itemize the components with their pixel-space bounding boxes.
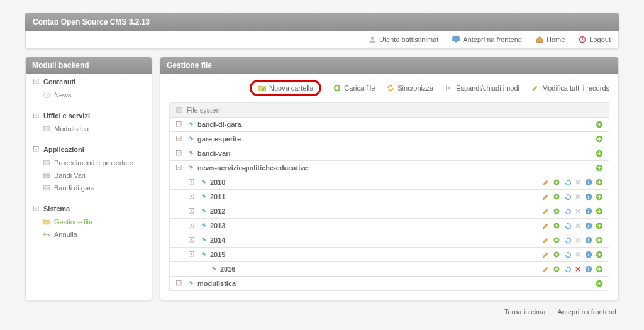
tree-row: bandi-vari	[169, 146, 609, 161]
undo-icon[interactable]	[563, 178, 572, 187]
info-icon[interactable]: i	[584, 236, 593, 245]
info-icon[interactable]: i	[584, 250, 593, 259]
delete-icon[interactable]	[574, 207, 582, 216]
edit-icon[interactable]	[541, 207, 550, 216]
undo-icon	[42, 230, 51, 239]
edit-icon[interactable]	[541, 250, 550, 259]
preview-link[interactable]: Anteprima frontend	[452, 35, 522, 44]
sidebar-section[interactable]: Sistema	[32, 204, 145, 213]
undo-icon[interactable]	[563, 250, 572, 259]
sidebar-item[interactable]: Bandi Vari	[42, 169, 145, 182]
add-icon[interactable]	[595, 135, 604, 143]
add-icon[interactable]	[552, 250, 561, 259]
delete-icon[interactable]	[574, 250, 582, 259]
add-icon[interactable]	[552, 236, 561, 245]
expand-icon[interactable]	[187, 207, 196, 216]
add-icon[interactable]	[552, 221, 561, 230]
file-tree: File system bandi-di-garagare-esperiteba…	[160, 102, 618, 300]
sidebar-item[interactable]: Procedimenti e procedure	[42, 157, 145, 169]
tree-row: 2015i	[169, 248, 609, 262]
main-title: Gestione file	[160, 57, 618, 74]
add-icon[interactable]	[595, 149, 604, 158]
tree-label[interactable]: modulistica	[197, 280, 236, 287]
edit-icon[interactable]	[541, 178, 550, 187]
edit-icon[interactable]	[541, 192, 550, 201]
undo-icon[interactable]	[563, 192, 572, 201]
sidebar: Moduli backend ContenutiNewsUffici e ser…	[25, 57, 152, 300]
undo-icon[interactable]	[563, 236, 572, 245]
tree-label[interactable]: 2010	[210, 179, 225, 186]
info-icon[interactable]: i	[584, 207, 593, 216]
delete-icon[interactable]	[574, 265, 582, 273]
add-icon[interactable]	[595, 163, 604, 172]
edit-icon[interactable]	[541, 221, 550, 230]
expand-icon[interactable]	[175, 279, 184, 288]
sidebar-section[interactable]: Uffici e servizi	[32, 111, 145, 120]
delete-icon[interactable]	[574, 192, 582, 201]
tree-label[interactable]: 2013	[210, 222, 225, 229]
sidebar-item[interactable]: Modulistica	[42, 123, 145, 135]
delete-icon[interactable]	[574, 236, 582, 245]
sidebar-item[interactable]: Bandi di gara	[42, 182, 145, 194]
sidebar-section[interactable]: Contenuti	[32, 77, 145, 86]
tree-label[interactable]: 2011	[210, 193, 225, 201]
eraser-icon	[199, 250, 208, 259]
add-icon[interactable]	[595, 192, 604, 201]
add-icon[interactable]	[552, 192, 561, 201]
info-icon[interactable]: i	[584, 221, 593, 230]
add-icon[interactable]	[552, 178, 561, 187]
expand-icon[interactable]	[187, 192, 196, 201]
info-icon[interactable]: i	[584, 265, 593, 273]
expand-icon[interactable]	[175, 120, 184, 129]
add-icon[interactable]	[595, 120, 604, 129]
add-icon[interactable]	[595, 236, 604, 245]
sidebar-section[interactable]: Applicazioni	[32, 145, 145, 154]
home-link[interactable]: Home	[535, 35, 565, 44]
tree-label[interactable]: 2015	[210, 251, 225, 258]
add-icon[interactable]	[595, 207, 604, 216]
expand-icon[interactable]	[187, 221, 196, 230]
tree-label[interactable]: bandi-vari	[197, 150, 231, 157]
tree-label[interactable]: bandi-di-gara	[197, 121, 242, 128]
footer-preview-link[interactable]: Anteprima frontend	[557, 308, 616, 316]
logout-link[interactable]: Logout	[578, 35, 611, 44]
delete-icon[interactable]	[574, 221, 582, 230]
undo-icon[interactable]	[563, 221, 572, 230]
add-icon[interactable]	[595, 265, 604, 273]
info-icon[interactable]: i	[584, 192, 593, 201]
add-icon[interactable]	[595, 178, 604, 187]
add-icon[interactable]	[595, 279, 604, 288]
expand-icon[interactable]	[187, 250, 196, 259]
back-to-top-link[interactable]: Torna in cima	[504, 308, 545, 316]
expand-icon[interactable]	[175, 163, 184, 172]
sidebar-item[interactable]: Annulla	[42, 228, 145, 241]
tree-label[interactable]: 2014	[210, 236, 225, 244]
edit-icon[interactable]	[541, 236, 550, 245]
tree-label[interactable]: news-servizio-politiche-educative	[197, 164, 308, 172]
info-icon[interactable]: i	[584, 178, 593, 187]
toggle-nodes-button[interactable]: Espandi/chiudi i nodi	[445, 80, 519, 96]
expand-icon[interactable]	[187, 178, 196, 187]
expand-icon[interactable]	[187, 236, 196, 245]
user-link[interactable]: Utente battistinimat	[368, 35, 438, 44]
new-folder-button[interactable]: Nuova cartella	[250, 80, 321, 96]
delete-icon[interactable]	[574, 178, 582, 187]
edit-icon[interactable]	[541, 265, 550, 273]
add-icon[interactable]	[552, 265, 561, 273]
add-icon[interactable]	[552, 207, 561, 216]
expand-icon[interactable]	[175, 149, 184, 158]
sync-button[interactable]: Sincronizza	[386, 80, 433, 96]
tree-label[interactable]: 2012	[210, 207, 225, 215]
add-icon[interactable]	[595, 250, 604, 259]
sidebar-item[interactable]: Gestione file	[42, 216, 145, 228]
upload-button[interactable]: Carica file	[333, 80, 375, 96]
add-icon[interactable]	[595, 221, 604, 230]
edit-all-button[interactable]: Modifica tutti i records	[531, 80, 609, 96]
tree-label[interactable]: 2016	[220, 265, 235, 273]
sidebar-item[interactable]: News	[42, 89, 145, 101]
undo-icon[interactable]	[563, 207, 572, 216]
expand-icon[interactable]	[175, 135, 184, 143]
undo-icon[interactable]	[563, 265, 572, 273]
monitor-icon	[452, 35, 460, 44]
tree-label[interactable]: gare-esperite	[197, 135, 241, 143]
